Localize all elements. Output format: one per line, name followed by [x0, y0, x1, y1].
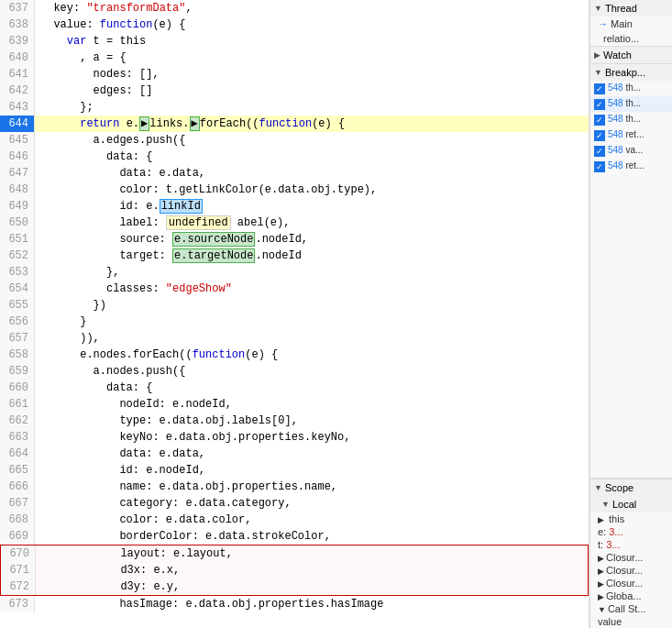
line-number: 656 [0, 314, 35, 330]
bp-checkbox-5[interactable]: ✓ [594, 146, 605, 157]
breakpoints-header[interactable]: ▼ Breakp... [590, 64, 672, 81]
code-line: 661 nodeId: e.nodeId, [0, 396, 589, 413]
line-content: id: e.linkId [35, 198, 589, 215]
bp-text-4: 548 ret... [608, 129, 644, 139]
line-number: 649 [0, 198, 35, 215]
scope-e: e: 3... [590, 525, 672, 538]
t-label: t: 3... [598, 539, 620, 550]
thread-main-item[interactable]: → Main [590, 17, 672, 31]
line-number: 639 [0, 33, 35, 50]
line-content: d3y: e.y, [36, 578, 588, 595]
line-number: 651 [0, 231, 35, 248]
code-line: 641 nodes: [], [0, 66, 589, 83]
code-line: 639 var t = this [0, 33, 589, 50]
code-line: 645 a.edges.push({ [0, 132, 589, 149]
closure-2-label: Closur... [606, 565, 643, 576]
scope-this[interactable]: ▶ this [590, 512, 672, 525]
scope-closure-3[interactable]: ▶Closur... [590, 577, 672, 589]
line-number: 666 [0, 479, 35, 495]
bp-checkbox-2[interactable]: ✓ [594, 99, 605, 110]
scope-closure-1[interactable]: ▶Closur... [590, 551, 672, 564]
thread-label: Thread [605, 3, 637, 14]
code-line: 658 e.nodes.forEach((function(e) { [0, 347, 589, 363]
code-line: 667 category: e.data.category, [0, 495, 589, 512]
line-content: } [35, 314, 589, 330]
line-number: 647 [0, 165, 35, 182]
line-content: classes: "edgeShow" [35, 281, 589, 297]
bp-checkbox-1[interactable]: ✓ [594, 83, 605, 94]
line-content: keyNo: e.data.obj.properties.keyNo, [35, 429, 589, 446]
bp-item-3[interactable]: ✓ 548 th... [590, 112, 672, 127]
watch-header[interactable]: ▶ Watch [590, 47, 672, 63]
scope-closure-2[interactable]: ▶Closur... [590, 564, 672, 577]
line-number: 665 [0, 462, 35, 479]
scope-header[interactable]: ▼ Scope [590, 479, 672, 496]
bp-item-6[interactable]: ✓ 548 ret... [590, 159, 672, 174]
bp-checkbox-3[interactable]: ✓ [594, 115, 605, 126]
line-content: }) [35, 297, 589, 314]
bp-checkbox-6[interactable]: ✓ [594, 161, 605, 172]
line-content: }, [35, 264, 589, 281]
code-line: 644 return e.▶links.▶forEach((function(e… [0, 116, 589, 132]
bp-item-5[interactable]: ✓ 548 va... [590, 143, 672, 159]
code-line: 649 id: e.linkId [0, 198, 589, 215]
line-content: type: e.data.obj.labels[0], [35, 413, 589, 429]
line-number: 664 [0, 446, 35, 462]
line-number: 673 [0, 596, 35, 612]
value-label: value [598, 616, 622, 627]
code-line: 671 d3x: e.x, [0, 562, 589, 578]
line-number: 671 [1, 562, 36, 578]
code-line: 656 } [0, 314, 589, 330]
code-line: 652 target: e.targetNode.nodeId [0, 248, 589, 264]
line-number: 644 [0, 116, 35, 132]
line-number: 672 [1, 578, 36, 595]
code-line: 642 edges: [] [0, 83, 589, 99]
line-content: a.edges.push({ [35, 132, 589, 149]
bp-item-1[interactable]: ✓ 548 th... [590, 81, 672, 96]
callstack-label: Call St... [608, 603, 646, 614]
watch-section: ▶ Watch [590, 47, 672, 64]
code-line: 647 data: e.data, [0, 165, 589, 182]
code-line: 638 value: function(e) { [0, 17, 589, 33]
scope-section: ▼ Scope ▼ Local ▶ this e: 3... t: 3... ▶… [590, 479, 672, 628]
code-line: 669 borderColor: e.data.strokeColor, [0, 528, 589, 545]
code-lines: 637 key: "transformData",638 value: func… [0, 0, 589, 612]
code-line: 660 data: { [0, 380, 589, 396]
thread-header[interactable]: ▼ Thread [590, 0, 672, 17]
bp-text-5: 548 va... [608, 145, 643, 155]
line-content: d3x: e.x, [36, 562, 588, 578]
bp-item-4[interactable]: ✓ 548 ret... [590, 127, 672, 143]
bp-checkbox-4[interactable]: ✓ [594, 130, 605, 141]
local-header[interactable]: ▼ Local [590, 496, 672, 512]
breakpoints-label: Breakp... [605, 67, 645, 78]
code-line: 654 classes: "edgeShow" [0, 281, 589, 297]
thread-section: ▼ Thread → Main relatio... [590, 0, 672, 47]
line-content: borderColor: e.data.strokeColor, [35, 528, 589, 545]
line-number: 667 [0, 495, 35, 512]
code-line: 672 d3y: e.y, [0, 578, 589, 596]
code-line: 666 name: e.data.obj.properties.name, [0, 479, 589, 495]
line-content: key: "transformData", [35, 0, 589, 17]
code-line: 648 color: t.getLinkColor(e.data.obj.typ… [0, 182, 589, 198]
scope-t: t: 3... [590, 538, 672, 551]
line-number: 655 [0, 297, 35, 314]
line-number: 653 [0, 264, 35, 281]
line-number: 660 [0, 380, 35, 396]
bp-text-2: 548 th... [608, 98, 641, 108]
line-content: )), [35, 330, 589, 347]
code-line: 650 label: undefined abel(e), [0, 215, 589, 231]
line-number: 646 [0, 149, 35, 165]
scope-global[interactable]: ▶Globa... [590, 589, 672, 602]
bp-item-2[interactable]: ✓ 548 th... [590, 96, 672, 112]
line-content: var t = this [35, 33, 589, 50]
local-label: Local [612, 499, 636, 510]
line-content: data: { [35, 380, 589, 396]
code-line: 655 }) [0, 297, 589, 314]
this-label: this [609, 513, 624, 524]
line-content: source: e.sourceNode.nodeId, [35, 231, 589, 248]
line-number: 645 [0, 132, 35, 149]
code-line: 668 color: e.data.color, [0, 512, 589, 528]
line-content: color: t.getLinkColor(e.data.obj.type), [35, 182, 589, 198]
line-content: , a = { [35, 50, 589, 66]
scope-callstack[interactable]: ▼Call St... [590, 602, 672, 615]
